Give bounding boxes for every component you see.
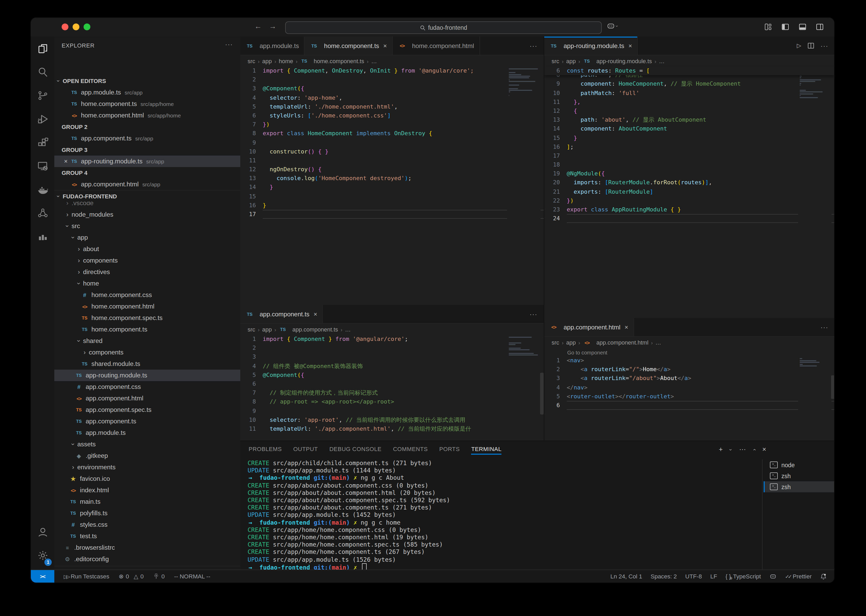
sticky-scroll-line[interactable]: 6const routes: Routes = [ — [544, 66, 834, 75]
search-input[interactable]: fudao-frontend — [285, 21, 602, 34]
minimap[interactable] — [798, 356, 831, 410]
tab-app.module.ts[interactable]: TSapp.module.ts — [240, 36, 305, 55]
open-editor-item-home.component.html[interactable]: <>home.component.htmlsrc/app/home — [54, 110, 240, 121]
breadcrumb-tail[interactable]: … — [659, 58, 664, 64]
tree-item-.browserslistrc[interactable]: ≡.browserslistrc — [54, 542, 240, 553]
tree-item-home.component.css[interactable]: #home.component.css — [54, 289, 240, 301]
run-file-icon[interactable]: ▷ — [797, 42, 801, 49]
toggle-primary-sidebar-icon[interactable] — [780, 21, 790, 32]
breadcrumb-part[interactable]: src — [551, 58, 559, 64]
terminal-instance-zsh-1[interactable]: >_zsh — [764, 470, 834, 481]
tree-item-app.module.ts[interactable]: TSapp.module.ts — [54, 427, 240, 438]
breadcrumb-part[interactable]: src — [247, 58, 255, 64]
copilot-menu-button[interactable]: › — [606, 21, 618, 30]
chevron-down-icon[interactable]: › — [730, 445, 732, 453]
status-eol[interactable]: LF — [710, 573, 717, 580]
status-errors-warnings[interactable]: ⊗0△0 — [119, 573, 144, 580]
close-window-button[interactable] — [61, 24, 68, 30]
code-area[interactable]: 1import { Component, OnDestroy, OnInit }… — [240, 66, 544, 305]
breadcrumb[interactable]: src›app›TSapp-routing.module.ts›… — [544, 55, 834, 67]
run-debug-icon[interactable] — [31, 107, 54, 130]
maximize-panel-icon[interactable]: › — [753, 445, 755, 453]
tree-item-main.ts[interactable]: TSmain.ts — [54, 496, 240, 508]
tree-item-.vscode[interactable]: ›.vscode — [54, 201, 240, 209]
tree-item-index.html[interactable]: <>index.html — [54, 484, 240, 496]
tree-item-app.component.spec.ts[interactable]: TSapp.component.spec.ts — [54, 404, 240, 416]
code-area[interactable]: 6const routes: Routes = [8 path: '', // … — [544, 66, 834, 318]
toggle-secondary-sidebar-icon[interactable] — [814, 21, 825, 32]
extensions-icon[interactable] — [31, 130, 54, 154]
status-vim-mode[interactable]: -- NORMAL -- — [174, 573, 211, 580]
open-editor-item-app.component.ts[interactable]: TSapp.component.tssrc/app — [54, 133, 240, 144]
close-icon[interactable]: × — [314, 310, 317, 317]
toggle-panel-icon[interactable] — [797, 21, 808, 32]
more-actions-icon[interactable]: ··· — [820, 324, 828, 331]
accounts-icon[interactable] — [31, 520, 54, 544]
tree-item-about[interactable]: ›about — [54, 243, 240, 255]
source-control-icon[interactable] — [31, 83, 54, 107]
split-editor-icon[interactable] — [808, 42, 814, 49]
tab-app.component.html[interactable]: <>app.component.html× — [544, 318, 634, 336]
tree-item-polyfills.ts[interactable]: TSpolyfills.ts — [54, 508, 240, 519]
close-icon[interactable]: × — [61, 158, 70, 165]
tree-item-shared[interactable]: ›shared — [54, 335, 240, 347]
tree-item-.gitkeep[interactable]: ◈.gitkeep — [54, 450, 240, 462]
tree-item-src[interactable]: ›src — [54, 220, 240, 232]
status-encoding[interactable]: UTF-8 — [685, 573, 702, 580]
tree-item-components[interactable]: ›components — [54, 347, 240, 358]
vertical-scrollbar[interactable] — [831, 376, 834, 399]
more-actions-icon[interactable]: ··· — [739, 445, 746, 453]
panel-tab-ports[interactable]: PORTS — [439, 441, 460, 457]
breadcrumb-file[interactable]: app-routing.module.ts — [596, 58, 652, 64]
breadcrumb-part[interactable]: src — [551, 339, 559, 346]
tree-item-app.component.ts[interactable]: TSapp.component.ts — [54, 416, 240, 427]
breadcrumb-part[interactable]: app — [566, 339, 576, 346]
project-section-header[interactable]: › FUDAO-FRONTEND — [54, 190, 240, 202]
tree-item-environments[interactable]: ›environments — [54, 462, 240, 473]
minimap[interactable] — [798, 66, 831, 225]
tree-item-app-routing.module.ts[interactable]: TSapp-routing.module.ts — [54, 369, 240, 381]
more-actions-icon[interactable]: ··· — [530, 310, 537, 317]
zoom-window-button[interactable] — [83, 24, 90, 30]
tree-item-directives[interactable]: ›directives — [54, 266, 240, 278]
breadcrumb-part[interactable]: app — [566, 58, 576, 64]
tree-item-test.ts[interactable]: TStest.ts — [54, 530, 240, 542]
kubernetes-icon[interactable] — [31, 201, 54, 225]
remote-explorer-icon[interactable] — [31, 154, 54, 178]
status-notifications[interactable] — [820, 573, 827, 580]
breadcrumb-part[interactable]: home — [279, 58, 293, 64]
terminal-instance-zsh-2[interactable]: >_zsh — [764, 481, 834, 492]
tree-item-components[interactable]: ›components — [54, 255, 240, 266]
breadcrumb-part[interactable]: app — [262, 326, 272, 333]
breadcrumb[interactable]: src›app›<>app.component.html›… — [544, 337, 834, 348]
breadcrumb-file[interactable]: app.component.html — [596, 339, 648, 346]
tree-item-home.component.html[interactable]: <>home.component.html — [54, 301, 240, 312]
code-area[interactable]: 1import { Component } from '@angular/cor… — [240, 335, 544, 441]
breadcrumb-tail[interactable]: … — [345, 326, 351, 333]
breadcrumb-part[interactable]: src — [247, 326, 255, 333]
tree-item-home[interactable]: ›home — [54, 278, 240, 289]
tree-item-styles.css[interactable]: #styles.css — [54, 519, 240, 530]
tree-item-.editorconfig[interactable]: ⚙.editorconfig — [54, 553, 240, 565]
search-icon[interactable] — [31, 60, 54, 83]
vertical-scrollbar[interactable] — [540, 373, 544, 415]
editor-group-1[interactable]: TSapp.module.tsTShome.component.ts×<>hom… — [240, 36, 544, 305]
go-back-button[interactable]: ← — [254, 22, 262, 30]
breadcrumb[interactable]: src›app›TSapp.component.ts›… — [240, 324, 544, 335]
tab-home.component.ts[interactable]: TShome.component.ts× — [305, 36, 393, 55]
explorer-icon[interactable] — [31, 36, 54, 60]
codelens-go-to-component[interactable]: Go to component — [544, 348, 834, 357]
panel-tab-output[interactable]: OUTPUT — [293, 441, 318, 457]
terminal-instance-node-0[interactable]: >_node — [764, 459, 834, 470]
terminal-list-sash[interactable] — [762, 459, 762, 570]
breadcrumb-file[interactable]: app.component.ts — [292, 326, 338, 333]
breadcrumb-tail[interactable]: … — [655, 339, 661, 346]
terminal-output[interactable]: CREATE src/app/child/child.component.ts … — [247, 459, 761, 570]
remote-indicator[interactable]: >< — [31, 570, 54, 583]
open-editor-item-home.component.ts[interactable]: TShome.component.tssrc/app/home — [54, 98, 240, 110]
open-editors-header[interactable]: › OPEN EDITORS — [54, 75, 240, 86]
tree-item-favicon.ico[interactable]: ★favicon.ico — [54, 473, 240, 484]
open-editor-item-app-routing.module.ts[interactable]: ×TSapp-routing.module.tssrc/app — [54, 156, 240, 167]
editor-group-3[interactable]: TSapp-routing.module.ts×▷···src›app›TSap… — [544, 36, 834, 318]
open-editor-item-app.component.html[interactable]: <>app.component.htmlsrc/app — [54, 179, 240, 190]
